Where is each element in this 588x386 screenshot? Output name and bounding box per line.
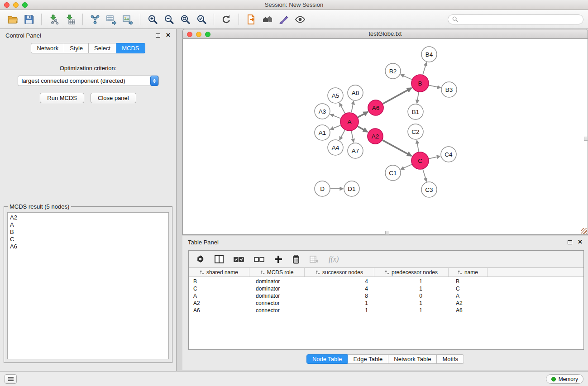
minimize-network-window-button[interactable] <box>196 32 201 37</box>
column-header-successor-nodes[interactable]: successor nodes <box>305 268 374 276</box>
close-panel-icon[interactable]: ✕ <box>166 33 171 38</box>
edge-C-C4[interactable] <box>429 156 440 159</box>
table-cell[interactable]: 8 <box>305 292 374 300</box>
task-history-button[interactable] <box>5 374 17 384</box>
column-header-name[interactable]: name <box>449 268 488 276</box>
tab-node-table[interactable]: Node Table <box>306 354 348 364</box>
table-cell[interactable]: 0 <box>374 292 449 300</box>
edge-B-B2[interactable] <box>401 75 412 80</box>
close-panel-button[interactable]: Close panel <box>91 93 136 103</box>
tab-network-table[interactable]: Network Table <box>388 354 437 364</box>
table-cell[interactable]: A2 <box>449 300 488 307</box>
zoom-in-button[interactable] <box>144 12 161 27</box>
node-B1[interactable]: B1 <box>408 104 423 119</box>
open-recent-button[interactable] <box>243 12 259 27</box>
result-list-item[interactable]: A <box>10 221 166 229</box>
table-cell[interactable]: C <box>189 285 249 292</box>
delete-columns-button[interactable] <box>292 255 300 264</box>
table-cell[interactable]: A6 <box>189 307 249 314</box>
table-cell[interactable]: dominator <box>249 292 305 300</box>
scroll-handle[interactable] <box>584 137 588 141</box>
zoom-window-button[interactable] <box>22 2 28 8</box>
table-cell[interactable]: C <box>449 285 488 292</box>
zoom-fit-button[interactable] <box>177 12 193 27</box>
tab-motifs[interactable]: Motifs <box>437 354 464 364</box>
save-session-button[interactable] <box>21 12 37 27</box>
memory-button[interactable]: Memory <box>546 374 583 384</box>
table-cell[interactable]: B <box>449 278 488 285</box>
select-all-columns-button[interactable] <box>234 256 244 263</box>
node-A6[interactable]: A6 <box>368 100 383 115</box>
search-input[interactable] <box>461 16 579 23</box>
tab-edge-table[interactable]: Edge Table <box>348 354 388 364</box>
node-A7[interactable]: A7 <box>348 143 363 158</box>
edge-A2-C[interactable] <box>382 140 411 156</box>
zoom-network-window-button[interactable] <box>205 32 210 37</box>
table-cell[interactable]: 1 <box>374 278 449 285</box>
tab-mcds[interactable]: MCDS <box>116 43 145 53</box>
run-mcds-button[interactable]: Run MCDS <box>40 93 84 103</box>
import-network-button[interactable] <box>46 12 62 27</box>
table-cell[interactable]: 1 <box>305 300 374 307</box>
close-table-panel-icon[interactable]: ✕ <box>578 240 583 244</box>
tab-network[interactable]: Network <box>31 43 64 53</box>
table-cell[interactable]: connector <box>249 307 305 314</box>
node-D1[interactable]: D1 <box>344 181 359 196</box>
edge-A-A8[interactable] <box>351 101 354 113</box>
close-window-button[interactable] <box>4 2 10 8</box>
tab-select[interactable]: Select <box>89 43 116 53</box>
result-list-item[interactable]: A2 <box>10 214 166 221</box>
edge-C-C3[interactable] <box>423 169 426 181</box>
import-table-button[interactable] <box>62 12 78 27</box>
table-cell[interactable]: 1 <box>374 285 449 292</box>
node-C2[interactable]: C2 <box>408 124 423 139</box>
minimize-window-button[interactable] <box>13 2 19 8</box>
node-B4[interactable]: B4 <box>421 47 437 62</box>
table-cell[interactable]: dominator <box>249 278 305 285</box>
edge-C-C1[interactable] <box>401 164 412 169</box>
edge-A-A3[interactable] <box>330 114 341 119</box>
float-table-panel-icon[interactable] <box>568 240 572 244</box>
edge-B-B3[interactable] <box>429 85 441 88</box>
edge-A-A5[interactable] <box>339 103 345 114</box>
network-window-titlebar[interactable]: testGlobe.txt <box>182 29 588 39</box>
node-A2[interactable]: A2 <box>368 129 383 144</box>
float-panel-icon[interactable] <box>156 33 160 38</box>
search-box[interactable] <box>448 14 583 24</box>
node-C1[interactable]: C1 <box>385 165 401 181</box>
table-cell[interactable]: connector <box>249 300 305 307</box>
node-A[interactable]: A <box>340 113 359 131</box>
edge-A-A1[interactable] <box>330 125 341 129</box>
edge-B-B4[interactable] <box>423 62 426 75</box>
table-cell[interactable]: 1 <box>374 300 449 307</box>
table-cell[interactable]: dominator <box>249 285 305 292</box>
table-cell[interactable]: A <box>449 292 488 300</box>
new-network-button[interactable] <box>87 12 103 27</box>
dropdown-stepper-icon[interactable] <box>150 76 158 86</box>
show-hide-button[interactable] <box>292 12 308 27</box>
result-list-item[interactable]: B <box>10 229 166 236</box>
column-header-shared-name[interactable]: shared name <box>189 268 249 276</box>
table-row[interactable]: Cdominator41C <box>189 285 583 292</box>
table-cell[interactable]: A2 <box>189 300 249 307</box>
apply-layout-button[interactable] <box>218 12 234 27</box>
node-B3[interactable]: B3 <box>441 82 457 97</box>
table-row[interactable]: A6connector11A6 <box>189 307 583 314</box>
titlebar[interactable]: Session: New Session <box>0 0 588 10</box>
node-C[interactable]: C <box>411 152 429 169</box>
node-A5[interactable]: A5 <box>328 88 343 103</box>
edge-A-A4[interactable] <box>339 130 345 140</box>
column-header-MCDS-role[interactable]: MCDS role <box>249 268 305 276</box>
table-cell[interactable]: A6 <box>449 307 488 314</box>
node-A1[interactable]: A1 <box>315 125 330 140</box>
edge-A-A2[interactable] <box>358 126 368 132</box>
criterion-dropdown[interactable]: largest connected component (directed) <box>18 76 159 86</box>
column-header-predecessor-nodes[interactable]: predecessor nodes <box>374 268 449 276</box>
table-cell[interactable]: 1 <box>374 307 449 314</box>
result-list-item[interactable]: C <box>10 236 166 243</box>
export-table-button[interactable] <box>103 12 120 27</box>
node-A3[interactable]: A3 <box>315 104 330 119</box>
resize-grip[interactable] <box>581 228 587 234</box>
deselect-all-columns-button[interactable] <box>254 256 264 263</box>
close-network-window-button[interactable] <box>187 32 192 37</box>
